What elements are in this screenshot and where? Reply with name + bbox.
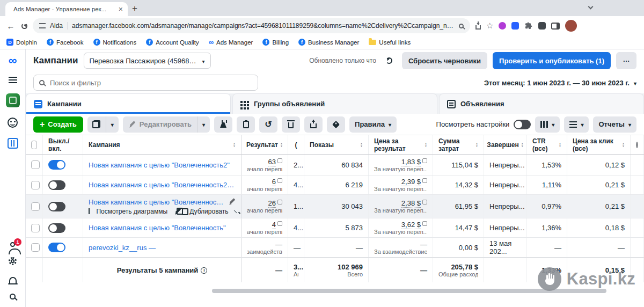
campaign-name-link[interactable]: Новая кампания с целью "Вовлеченность2" … <box>89 181 236 189</box>
bookmark-dolphin[interactable]: Dolphin <box>6 39 37 46</box>
tab-campaigns[interactable]: Кампании <box>26 93 231 114</box>
new-tab-button[interactable] <box>128 2 142 16</box>
row-checkbox[interactable] <box>31 243 40 252</box>
info-card-icon[interactable] <box>422 158 427 163</box>
tab-search-chevron-icon[interactable] <box>588 4 594 10</box>
sort-icon[interactable] <box>233 142 236 147</box>
extensions-puzzle-icon[interactable] <box>524 21 533 30</box>
campaign-toggle[interactable] <box>48 243 65 252</box>
more-options-button[interactable] <box>616 52 636 69</box>
col-campaign[interactable]: Кампания <box>83 135 241 154</box>
row-checkbox[interactable] <box>31 202 40 211</box>
sort-icon[interactable] <box>280 142 283 147</box>
url-text[interactable]: adsmanager.facebook.com/adsmanager/manag… <box>72 22 455 30</box>
account-selector[interactable]: Перевозка Пассажиров (459681011... <box>84 53 211 69</box>
bookmark-star-icon[interactable] <box>486 21 493 31</box>
rename-pencil-icon[interactable] <box>228 198 236 206</box>
extension-icon[interactable] <box>499 22 506 30</box>
col-settings[interactable] <box>631 135 644 154</box>
campaign-name-link[interactable]: Новая кампания с целью "Вовлеченность2" <box>89 161 236 169</box>
info-card-icon[interactable] <box>277 158 282 163</box>
info-card-icon[interactable] <box>277 178 282 183</box>
refresh-button[interactable] <box>382 53 397 68</box>
search-input[interactable] <box>49 78 252 87</box>
select-all-checkbox[interactable] <box>31 141 37 149</box>
sort-icon[interactable] <box>360 142 363 147</box>
omnibox[interactable]: Aida adsmanager.facebook.com/adsmanager/… <box>33 18 470 33</box>
settings-gear-icon[interactable] <box>9 257 17 265</box>
review-publish-button[interactable]: Проверить и опубликовать (1) <box>493 52 611 69</box>
campaign-toggle[interactable] <box>48 160 65 170</box>
sort-icon[interactable] <box>622 142 625 147</box>
sort-icon[interactable] <box>521 142 524 147</box>
sort-icon[interactable] <box>559 142 561 147</box>
delete-button[interactable] <box>282 116 300 133</box>
col-impressions[interactable]: Показы <box>304 135 369 154</box>
side-panel-icon[interactable] <box>551 23 560 30</box>
bookmark-account-quality[interactable]: Account Quality <box>146 39 199 46</box>
col-ctr[interactable]: CTR (все) <box>527 135 567 154</box>
duplicate-menu-button[interactable] <box>106 116 119 133</box>
info-card-icon[interactable] <box>422 221 427 226</box>
reload-icon[interactable] <box>21 23 27 29</box>
col-amount-spent[interactable]: Сумма затрат <box>433 135 484 154</box>
date-range-selector[interactable]: Этот месяц: 1 июн 2023 г. — 30 июн 2023 … <box>484 79 636 87</box>
tag-button[interactable] <box>327 116 345 133</box>
ad-account-avatar[interactable] <box>6 93 20 107</box>
info-card-icon[interactable] <box>277 200 282 204</box>
bookmark-billing[interactable]: Billing <box>262 39 289 46</box>
duplicate-action[interactable]: Дублировать <box>189 208 228 215</box>
edit-button[interactable]: Редактировать <box>123 116 197 133</box>
meta-logo-icon[interactable] <box>9 55 17 67</box>
zoom-icon[interactable] <box>459 24 464 28</box>
export-button[interactable] <box>304 116 323 133</box>
campaigns-table-icon[interactable] <box>8 138 18 149</box>
tab-ads[interactable]: Объявления <box>439 93 644 114</box>
ab-test-button[interactable] <box>214 116 232 133</box>
pin-icon[interactable] <box>233 209 237 213</box>
columns-button[interactable] <box>535 116 560 133</box>
col-cost-per-result[interactable]: Цена за результат <box>369 135 433 154</box>
sidebar-search-icon[interactable] <box>10 294 16 299</box>
breakdown-button[interactable] <box>564 116 589 133</box>
reports-button[interactable]: Отчеты <box>593 116 636 133</box>
campaign-toggle[interactable] <box>48 223 65 233</box>
sort-icon[interactable] <box>475 142 478 147</box>
undo-button[interactable] <box>259 116 277 133</box>
tab-close-icon[interactable] <box>119 5 123 13</box>
browser-tab[interactable]: Ads Manager - Управление рек... <box>5 2 128 16</box>
info-card-icon[interactable] <box>422 178 427 183</box>
campaign-name-link[interactable]: Новая кампания с целью "Вовлеченность" —… <box>89 198 224 206</box>
campaign-name-link[interactable]: Новая кампания с целью "Вовлеченность" <box>89 224 236 232</box>
pin-board-button[interactable] <box>237 116 255 133</box>
menu-icon[interactable] <box>9 77 17 83</box>
campaign-toggle[interactable] <box>48 202 65 211</box>
bookmark-notifications[interactable]: Notifications <box>93 39 137 46</box>
create-button[interactable]: Создать <box>33 116 83 133</box>
campaign-toggle[interactable] <box>48 180 65 190</box>
back-icon[interactable] <box>5 21 16 31</box>
info-card-icon[interactable] <box>422 200 427 204</box>
bookmark-business-manager[interactable]: Business Manager <box>298 39 359 46</box>
edit-menu-button[interactable] <box>197 116 210 133</box>
sort-icon[interactable] <box>425 142 427 147</box>
share-icon[interactable] <box>475 25 481 30</box>
charts-icon[interactable] <box>89 208 90 214</box>
bell-icon[interactable] <box>9 277 17 283</box>
duplicate-icon[interactable] <box>182 208 184 215</box>
view-setup-toggle[interactable] <box>514 120 531 129</box>
search-filter-box[interactable] <box>33 75 258 91</box>
view-charts-action[interactable]: Посмотреть диаграммы <box>96 208 167 215</box>
bookmark-facebook[interactable]: Facebook <box>47 39 84 46</box>
row-checkbox[interactable] <box>31 224 40 232</box>
site-settings-icon[interactable] <box>39 23 46 28</box>
col-result[interactable]: Результат <box>241 135 288 154</box>
discard-drafts-button[interactable]: Сбросить черновики <box>402 52 487 69</box>
row-checkbox[interactable] <box>31 181 40 189</box>
extension-icon[interactable] <box>511 22 519 30</box>
rules-button[interactable]: Правила <box>349 116 397 133</box>
col-cut[interactable]: ( <box>288 135 304 154</box>
col-cpc[interactable]: Цена за клик (все) <box>567 135 631 154</box>
notifications-item[interactable]: 1 <box>10 242 15 247</box>
profile-avatar[interactable] <box>565 20 577 32</box>
